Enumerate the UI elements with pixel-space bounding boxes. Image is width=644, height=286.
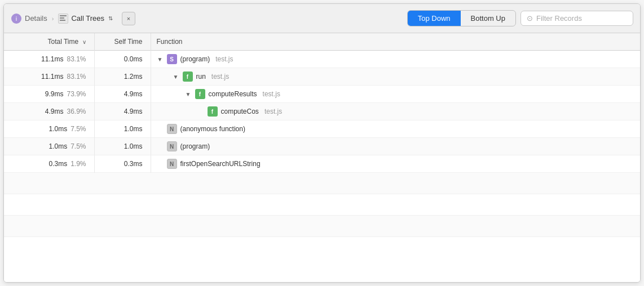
- cell-function: N(anonymous function): [151, 120, 640, 138]
- expand-triangle-icon[interactable]: ▼: [173, 74, 179, 80]
- cell-function: fcomputeCostest.js: [151, 103, 640, 120]
- filter-icon: ⊙: [527, 14, 533, 23]
- cell-self-time: 4.9ms: [94, 103, 151, 120]
- filter-records-input[interactable]: ⊙ Filter Records: [521, 11, 633, 26]
- col-header-self-time[interactable]: Self Time: [94, 33, 151, 51]
- svg-rect-3: [60, 17, 64, 19]
- breadcrumb-calltrees: Call Trees ⇅: [58, 14, 113, 24]
- details-icon: i: [11, 13, 22, 24]
- toolbar: i Details › Call Trees ⇅ × Top Down: [4, 4, 640, 33]
- bottomup-button[interactable]: Bottom Up: [461, 11, 515, 26]
- svg-text:i: i: [16, 15, 17, 22]
- cell-total-time: 0.3ms1.9%: [4, 155, 94, 173]
- badge-n-icon: N: [167, 141, 177, 151]
- badge-f-icon: f: [183, 72, 193, 82]
- cell-total-time: 1.0ms7.5%: [4, 138, 94, 155]
- cell-total-time: 4.9ms36.9%: [4, 103, 94, 120]
- empty-row: [4, 194, 640, 216]
- svg-rect-4: [60, 20, 65, 21]
- breadcrumb-arrow: ›: [52, 15, 54, 22]
- table-container: Total Time ∨ Self Time Function 11.1ms83…: [4, 33, 640, 282]
- breadcrumb: i Details › Call Trees ⇅: [11, 13, 113, 24]
- cell-function: ▼fruntest.js: [151, 68, 640, 86]
- empty-row: [4, 173, 640, 194]
- function-name: (anonymous function): [180, 125, 245, 133]
- call-tree-table: Total Time ∨ Self Time Function 11.1ms83…: [4, 33, 640, 237]
- cell-function: NfirstOpenSearchURLString: [151, 155, 640, 173]
- calltrees-label[interactable]: Call Trees: [71, 14, 104, 23]
- function-file: test.js: [215, 55, 233, 63]
- table-row[interactable]: 11.1ms83.1%0.0ms▼S(program)test.js: [4, 51, 640, 68]
- col-header-function[interactable]: Function: [151, 33, 640, 51]
- cell-function: N(program): [151, 138, 640, 155]
- empty-row: [4, 216, 640, 237]
- expand-triangle-icon[interactable]: ▼: [185, 91, 192, 97]
- main-window: i Details › Call Trees ⇅ × Top Down: [3, 3, 641, 283]
- table-body: 11.1ms83.1%0.0ms▼S(program)test.js11.1ms…: [4, 51, 640, 237]
- badge-n-icon: N: [167, 159, 177, 169]
- details-label[interactable]: Details: [25, 14, 47, 23]
- function-file: test.js: [211, 73, 229, 81]
- function-name: firstOpenSearchURLString: [180, 160, 261, 168]
- cell-self-time: 1.2ms: [94, 68, 151, 86]
- svg-rect-2: [60, 15, 67, 16]
- table-row[interactable]: 0.3ms1.9%0.3msNfirstOpenSearchURLString: [4, 155, 640, 173]
- cell-function: ▼fcomputeResultstest.js: [151, 86, 640, 103]
- expand-triangle-icon[interactable]: ▼: [157, 56, 164, 62]
- function-file: test.js: [264, 108, 282, 115]
- function-file: test.js: [263, 90, 280, 98]
- cell-self-time: 0.3ms: [94, 155, 151, 173]
- cell-self-time: 1.0ms: [94, 120, 151, 138]
- cell-total-time: 1.0ms7.5%: [4, 120, 94, 138]
- col-header-total-time[interactable]: Total Time ∨: [4, 33, 94, 51]
- function-name: computeCos: [221, 108, 259, 115]
- cell-self-time: 0.0ms: [94, 51, 151, 68]
- table-row[interactable]: 11.1ms83.1%1.2ms▼fruntest.js: [4, 68, 640, 86]
- segmented-control: Top Down Bottom Up: [407, 10, 516, 26]
- calltrees-icon: [58, 14, 68, 24]
- cell-self-time: 1.0ms: [94, 138, 151, 155]
- table-row[interactable]: 4.9ms36.9%4.9msfcomputeCostest.js: [4, 103, 640, 120]
- function-name: computeResults: [209, 90, 257, 98]
- topdown-button[interactable]: Top Down: [408, 11, 461, 26]
- chevron-updown-icon: ⇅: [108, 15, 113, 21]
- cell-total-time: 11.1ms83.1%: [4, 51, 94, 68]
- cell-total-time: 9.9ms73.9%: [4, 86, 94, 103]
- function-name: (program): [180, 55, 210, 63]
- cell-function: ▼S(program)test.js: [151, 51, 640, 68]
- badge-s-icon: S: [167, 54, 177, 64]
- badge-f-icon: f: [208, 106, 218, 117]
- breadcrumb-details: i Details: [11, 13, 47, 24]
- badge-n-icon: N: [167, 124, 177, 134]
- table-header-row: Total Time ∨ Self Time Function: [4, 33, 640, 51]
- badge-f-icon: f: [195, 89, 205, 99]
- table-row[interactable]: 9.9ms73.9%4.9ms▼fcomputeResultstest.js: [4, 86, 640, 103]
- table-row[interactable]: 1.0ms7.5%1.0msN(anonymous function): [4, 120, 640, 138]
- filter-placeholder: Filter Records: [536, 14, 582, 23]
- function-name: run: [196, 73, 206, 81]
- close-button[interactable]: ×: [122, 12, 135, 25]
- function-name: (program): [180, 142, 210, 150]
- sort-arrow-icon: ∨: [82, 39, 86, 45]
- cell-self-time: 4.9ms: [94, 86, 151, 103]
- table-row[interactable]: 1.0ms7.5%1.0msN(program): [4, 138, 640, 155]
- cell-total-time: 11.1ms83.1%: [4, 68, 94, 86]
